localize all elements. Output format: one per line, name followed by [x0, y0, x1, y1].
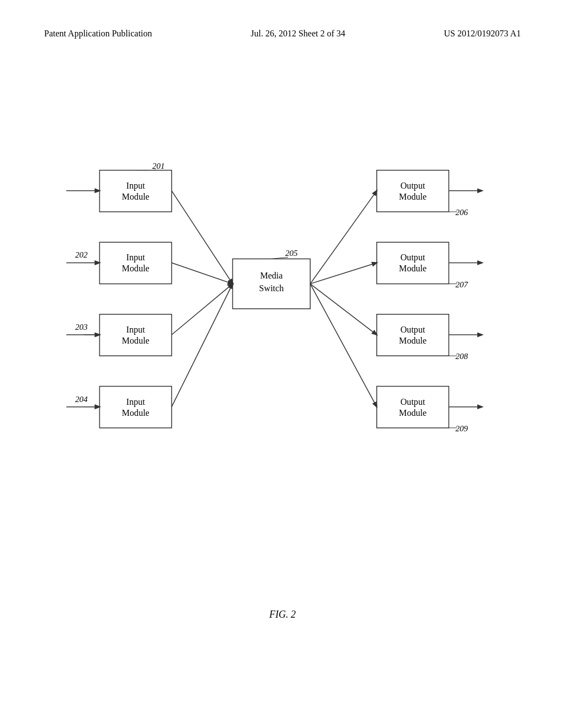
figure-caption: FIG. 2 [0, 609, 565, 620]
svg-text:206: 206 [455, 208, 468, 217]
svg-line-33 [310, 284, 377, 335]
svg-text:Module: Module [122, 264, 150, 274]
svg-text:Output: Output [401, 325, 425, 335]
svg-rect-6 [99, 314, 172, 356]
svg-text:Media: Media [260, 271, 282, 280]
svg-text:Input: Input [126, 397, 145, 407]
diagram-area: Input Module Input Module Input Module I… [44, 143, 521, 518]
svg-rect-9 [99, 386, 172, 427]
figure-label: FIG. 2 [269, 609, 296, 620]
svg-text:Input: Input [126, 325, 145, 335]
svg-text:207: 207 [455, 280, 468, 289]
svg-text:203: 203 [75, 323, 88, 331]
svg-line-34 [310, 284, 377, 407]
svg-text:Output: Output [401, 253, 425, 263]
svg-text:Module: Module [399, 192, 427, 201]
svg-text:Switch: Switch [259, 283, 284, 293]
svg-text:208: 208 [455, 352, 468, 361]
header-center: Jul. 26, 2012 Sheet 2 of 34 [250, 29, 345, 39]
svg-text:205: 205 [285, 249, 298, 258]
svg-text:Output: Output [401, 397, 425, 407]
svg-text:Input: Input [126, 181, 145, 191]
svg-rect-0 [99, 170, 172, 212]
svg-text:Module: Module [399, 408, 427, 417]
header-right: US 2012/0192073 A1 [444, 29, 521, 39]
svg-rect-18 [377, 242, 449, 283]
page-header: Patent Application Publication Jul. 26, … [0, 29, 565, 39]
svg-rect-24 [377, 386, 449, 427]
diagram-svg: Input Module Input Module Input Module I… [44, 143, 521, 518]
header-left: Patent Application Publication [44, 29, 152, 39]
svg-line-27 [172, 191, 233, 284]
svg-text:Module: Module [122, 408, 150, 417]
svg-text:201: 201 [152, 162, 165, 170]
svg-text:204: 204 [75, 395, 88, 404]
svg-line-31 [310, 191, 377, 284]
svg-line-28 [172, 263, 233, 283]
svg-text:Module: Module [122, 192, 150, 201]
svg-text:202: 202 [75, 250, 88, 259]
svg-rect-21 [377, 314, 449, 356]
svg-text:Input: Input [126, 253, 145, 263]
svg-line-32 [310, 263, 377, 283]
svg-line-30 [172, 284, 233, 407]
svg-text:Module: Module [399, 336, 427, 345]
svg-line-29 [172, 284, 233, 335]
svg-text:Module: Module [399, 264, 427, 274]
svg-text:Output: Output [401, 181, 425, 191]
svg-rect-15 [377, 170, 449, 212]
svg-text:209: 209 [455, 424, 468, 433]
svg-text:Module: Module [122, 336, 150, 345]
svg-rect-3 [99, 242, 172, 283]
